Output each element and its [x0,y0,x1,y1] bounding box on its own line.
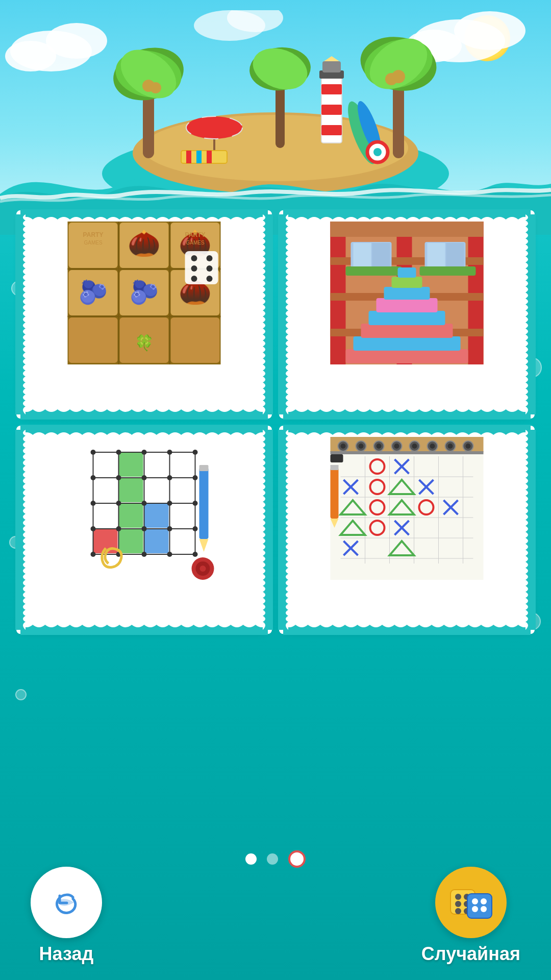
svg-point-148 [142,552,147,557]
svg-point-175 [430,444,435,449]
svg-rect-98 [361,324,453,338]
svg-rect-215 [331,454,343,462]
svg-point-143 [142,526,147,531]
svg-rect-104 [283,209,531,219]
svg-point-231 [481,906,487,912]
stamp-left-edge-2 [278,214,288,414]
svg-point-72 [207,265,213,272]
memory-game-label: Memory [28,364,261,407]
svg-rect-153 [199,465,209,471]
svg-point-173 [412,444,417,449]
svg-text:🫐: 🫐 [79,278,108,306]
svg-point-146 [91,552,96,557]
svg-point-228 [472,898,478,904]
svg-text:GAMES: GAMES [84,240,102,246]
svg-point-74 [207,276,213,282]
page-dot-lifebuoy[interactable] [288,850,306,868]
svg-rect-75 [20,209,268,219]
svg-rect-95 [420,266,476,276]
svg-rect-99 [369,311,445,325]
svg-rect-227 [467,894,492,918]
svg-point-4 [454,11,525,50]
svg-point-16 [150,82,161,93]
stamp-top-edge-3 [20,425,268,435]
stamp-left-edge-3 [15,430,26,630]
svg-point-145 [193,526,198,531]
svg-rect-162 [331,437,484,452]
svg-point-165 [341,444,346,449]
tictactoe-game-card[interactable]: Tic-Tac-Toe [283,430,531,630]
svg-rect-163 [331,451,484,454]
page-dot-1[interactable] [245,853,257,865]
stamp-right-edge-4 [525,430,536,630]
random-button[interactable]: Случайная [421,867,520,965]
svg-rect-93 [446,243,464,266]
svg-rect-101 [384,287,430,300]
svg-point-129 [167,450,172,455]
back-button-label: Назад [39,943,94,965]
svg-point-144 [167,526,172,531]
svg-rect-100 [377,298,438,312]
svg-point-140 [193,501,198,506]
svg-text:PARTY: PARTY [83,231,104,238]
svg-rect-112 [119,529,143,553]
dice-icon [448,885,494,920]
bubble-decoration [15,689,27,700]
svg-point-71 [191,265,197,272]
svg-rect-115 [144,503,169,528]
svg-marker-32 [324,56,339,61]
memory-game-card[interactable]: 🌰 🌰 🫐 🫐 🌰 PARTY GAMES PARTY GAMES � [20,214,268,414]
svg-rect-55 [69,317,118,363]
svg-rect-97 [354,336,461,351]
svg-point-133 [142,475,147,480]
svg-point-127 [116,450,121,455]
stack-game-label: Stack [290,364,523,407]
svg-rect-96 [346,349,468,363]
svg-point-230 [472,906,478,912]
svg-point-130 [193,450,198,455]
stamp-bottom-edge [20,409,268,420]
svg-rect-157 [20,425,268,435]
svg-rect-68 [185,251,218,284]
stamp-bottom-edge-2 [283,409,531,420]
svg-point-136 [91,501,96,506]
back-button[interactable]: Назад [31,867,102,965]
svg-point-25 [247,41,313,96]
svg-rect-27 [321,84,342,94]
svg-point-177 [448,444,453,449]
svg-rect-110 [119,478,143,502]
svg-point-156 [200,566,206,572]
squares-game-label: Squares [28,580,261,623]
svg-point-22 [385,73,397,85]
stamp-left-edge-4 [278,430,288,630]
svg-text:PARTY: PARTY [185,231,206,238]
bottom-navigation: Назад Случайная [0,867,551,965]
svg-rect-29 [321,125,342,135]
svg-point-150 [193,552,198,557]
svg-rect-28 [321,105,342,115]
svg-point-221 [455,894,461,900]
svg-rect-111 [119,503,143,528]
svg-point-229 [481,898,487,904]
svg-point-126 [91,450,96,455]
svg-point-135 [193,475,198,480]
back-button-circle[interactable] [31,867,102,938]
stamp-right-edge [263,214,273,414]
stamp-bottom-edge-3 [20,625,268,635]
svg-rect-151 [199,468,209,539]
svg-rect-217 [283,625,531,635]
page-dot-2[interactable] [267,853,278,865]
stack-game-card[interactable]: Stack [283,214,531,414]
stamp-top-edge-4 [283,425,531,435]
stamp-top-edge [20,209,268,219]
svg-rect-90 [372,243,390,266]
stamp-right-edge-2 [525,214,536,414]
svg-rect-76 [20,409,268,420]
random-button-circle[interactable] [435,867,507,938]
stamp-right-edge-3 [263,430,273,630]
svg-rect-57 [171,317,220,363]
svg-text:GAMES: GAMES [186,240,204,246]
squares-game-card[interactable]: Squares [20,430,268,630]
svg-rect-103 [398,267,416,278]
svg-point-171 [394,444,399,449]
